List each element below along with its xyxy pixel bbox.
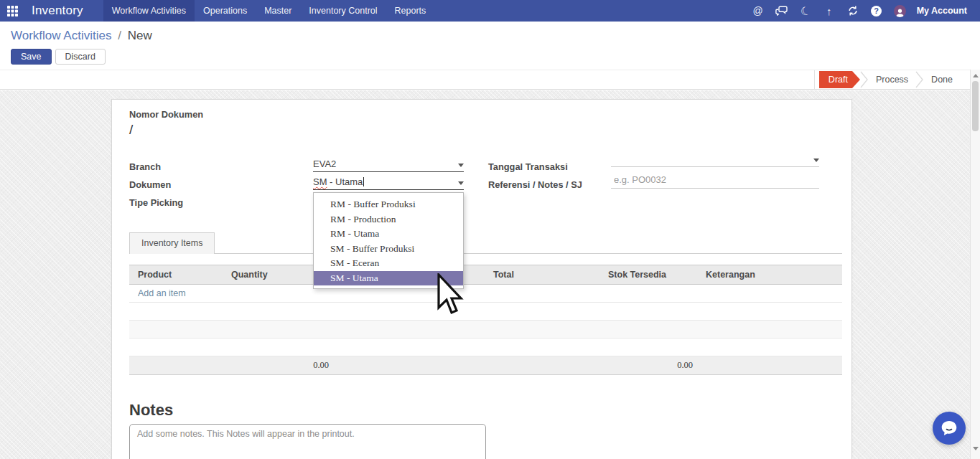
scroll-down-icon[interactable]	[973, 447, 979, 450]
dropdown-option[interactable]: RM - Utama	[314, 227, 463, 242]
branch-field[interactable]: EVA2	[313, 158, 464, 172]
dokumen-dropdown: RM - Buffer Produksi RM - Production RM …	[313, 192, 464, 289]
main-menu: Workflow Activities Operations Master In…	[103, 0, 435, 22]
referensi-input[interactable]	[611, 174, 819, 189]
stage-process[interactable]: Process	[869, 75, 915, 85]
statusbar-stages: Draft Process Done	[814, 70, 970, 89]
tanggal-transaksi-label: Tanggal Transaksi	[488, 161, 568, 172]
chat-launcher-button[interactable]	[933, 412, 966, 445]
tab-bar: Inventory Items	[129, 232, 842, 254]
avatar-icon[interactable]	[894, 5, 906, 17]
discard-button[interactable]: Discard	[55, 49, 106, 65]
breadcrumb-current: New	[128, 29, 152, 42]
notes-title: Notes	[129, 401, 173, 420]
chevron-separator-icon	[915, 70, 924, 89]
menu-operations[interactable]: Operations	[195, 0, 256, 22]
col-keterangan: Keterangan	[697, 265, 842, 285]
col-product: Product	[129, 265, 223, 285]
total-stok-tersedia: 0.00	[599, 356, 697, 375]
empty-row	[129, 321, 842, 339]
add-item-row: Add an item	[129, 285, 842, 303]
nav-right: @ ☾ ↑ ?	[752, 0, 980, 22]
dokumen-label: Dokumen	[129, 179, 171, 190]
nav-left: Inventory Workflow Activities Operations…	[0, 0, 434, 22]
top-navbar: Inventory Workflow Activities Operations…	[0, 0, 980, 22]
chevron-separator-icon	[860, 70, 869, 89]
totals-row: 0.00 0.00	[129, 356, 842, 375]
page: Inventory Workflow Activities Operations…	[0, 0, 980, 459]
chat-bubble-icon	[940, 419, 958, 437]
dokumen-field[interactable]: SM - Utama	[313, 176, 464, 190]
inventory-items-table: Product Quantity Total Stok Tersedia Ket…	[129, 265, 842, 375]
menu-workflow-activities[interactable]: Workflow Activities	[103, 0, 195, 22]
scroll-up-icon[interactable]	[973, 74, 979, 77]
text-cursor	[363, 177, 364, 186]
statusbar: Draft Process Done	[0, 70, 970, 90]
col-stok-tersedia: Stok Tersedia	[599, 265, 697, 285]
dropdown-option-highlighted[interactable]: SM - Utama	[314, 271, 463, 286]
breadcrumb-parent-link[interactable]: Workflow Activities	[11, 29, 111, 42]
content-background: Nomor Dokumen / Branch Dokumen Tipe Pick…	[0, 90, 980, 459]
chevron-down-icon	[458, 164, 464, 167]
tab-inventory-items[interactable]: Inventory Items	[129, 232, 215, 254]
branch-label: Branch	[129, 161, 161, 172]
moon-icon[interactable]: ☾	[797, 3, 813, 19]
empty-row	[129, 303, 842, 321]
form-sheet: Nomor Dokumen / Branch Dokumen Tipe Pick…	[111, 99, 852, 459]
apps-grid-icon[interactable]	[0, 6, 24, 16]
sync-icon[interactable]	[846, 4, 859, 17]
notes-textarea[interactable]	[129, 424, 486, 459]
action-buttons: Save Discard	[11, 49, 980, 65]
app-brand[interactable]: Inventory	[24, 4, 103, 18]
dropdown-option[interactable]: RM - Buffer Produksi	[314, 197, 463, 212]
total-quantity: 0.00	[223, 356, 345, 375]
referensi-label: Referensi / Notes / SJ	[488, 179, 582, 190]
dokumen-value: SM - Utama	[313, 176, 364, 187]
menu-reports[interactable]: Reports	[386, 0, 435, 22]
chevron-down-icon	[458, 181, 464, 185]
stage-draft[interactable]: Draft	[819, 71, 860, 88]
chevron-down-icon	[813, 158, 819, 162]
upload-icon[interactable]: ↑	[823, 4, 836, 17]
branch-value: EVA2	[313, 158, 336, 169]
my-account-label[interactable]: My Account	[917, 6, 967, 16]
apps-grid-icon	[7, 6, 18, 16]
dropdown-option[interactable]: SM - Eceran	[314, 256, 463, 271]
menu-inventory-control[interactable]: Inventory Control	[300, 0, 386, 22]
scrollbar-thumb[interactable]	[972, 81, 979, 131]
save-button[interactable]: Save	[11, 49, 52, 65]
nomor-dokumen-value: /	[129, 122, 133, 138]
control-panel: Workflow Activities / New Save Discard	[0, 22, 980, 70]
add-an-item-link[interactable]: Add an item	[129, 288, 186, 298]
stage-done[interactable]: Done	[924, 75, 960, 85]
breadcrumb: Workflow Activities / New	[11, 29, 980, 43]
dropdown-option[interactable]: SM - Buffer Produksi	[314, 242, 463, 257]
tanggal-transaksi-field[interactable]	[611, 158, 819, 167]
breadcrumb-separator: /	[115, 29, 124, 42]
empty-row	[129, 339, 842, 356]
vertical-scrollbar[interactable]	[970, 70, 980, 459]
messages-icon[interactable]	[775, 4, 788, 17]
at-icon[interactable]: @	[752, 4, 765, 17]
table-header-row: Product Quantity Total Stok Tersedia Ket…	[129, 265, 842, 285]
menu-master[interactable]: Master	[256, 0, 300, 22]
tipe-picking-label: Tipe Picking	[129, 197, 183, 208]
dropdown-option[interactable]: RM - Production	[314, 212, 463, 227]
nomor-dokumen-label: Nomor Dokumen	[129, 109, 203, 120]
col-total: Total	[485, 265, 599, 285]
help-icon[interactable]: ?	[870, 4, 883, 17]
